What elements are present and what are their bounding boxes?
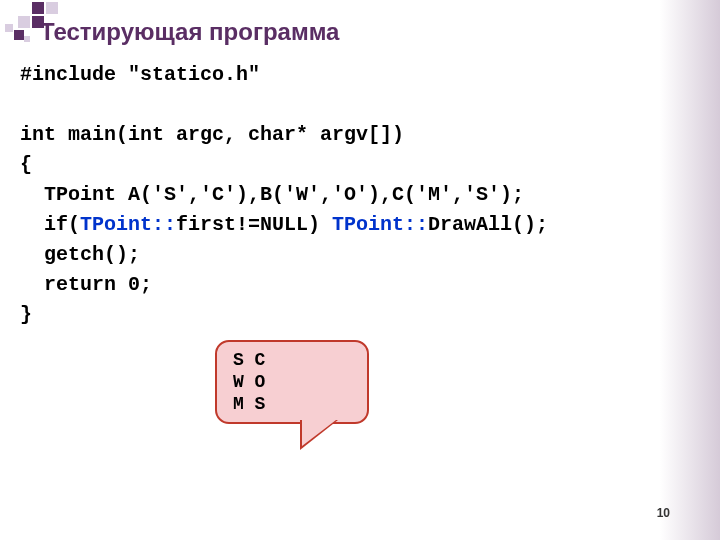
callout-tail-icon — [302, 420, 336, 446]
code-line: int main(int argc, char* argv[]) — [20, 123, 404, 146]
right-gradient — [660, 0, 720, 540]
code-line: return 0; — [20, 273, 152, 296]
code-line: #include "statico.h" — [20, 63, 260, 86]
output-text: S C W O M S — [233, 349, 265, 415]
code-block: #include "statico.h" int main(int argc, … — [20, 60, 548, 330]
code-line: TPoint A('S','C'),B('W','O'),C('M','S'); — [20, 183, 524, 206]
code-keyword: TPoint:: — [332, 213, 428, 236]
code-keyword: TPoint:: — [80, 213, 176, 236]
slide-title: Тестирующая программа — [40, 18, 339, 46]
code-line: DrawAll(); — [428, 213, 548, 236]
code-line: getch(); — [20, 243, 140, 266]
code-line: if( — [20, 213, 80, 236]
code-line: } — [20, 303, 32, 326]
output-callout: S C W O M S — [215, 340, 369, 424]
code-line: { — [20, 153, 32, 176]
page-number: 10 — [657, 506, 670, 520]
code-line: first!=NULL) — [176, 213, 332, 236]
